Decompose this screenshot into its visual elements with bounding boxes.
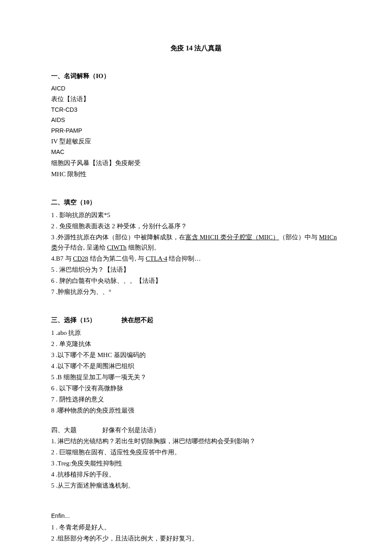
- section3-list: 1 .abo 抗原 2 . 单克隆抗体 3 .以下哪个不是 MHC 基因编码的 …: [51, 328, 341, 416]
- underlined-text: CIWTh: [107, 244, 127, 251]
- section1-item: MAC: [51, 147, 341, 157]
- section2-item: 1 . 影响抗原的因素*5: [51, 210, 341, 220]
- section1-item: MHC 限制性: [51, 169, 341, 179]
- text-part: 结合为第二信号, 与: [88, 255, 146, 262]
- section1-heading: 一、名词解释（IO）: [51, 71, 341, 81]
- section3-item: 3 .以下哪个不是 MHC 基因编码的: [51, 350, 341, 360]
- section4-list: 1. 淋巴结的光镜结构？若出生时切除胸腺，淋巴结哪些结构会受到影响？ 2 . 巨…: [51, 436, 341, 491]
- section2-item: 6 . 脾的白髓有中央动脉、、。【法语】: [51, 276, 341, 286]
- footer-item: 1 . 冬青老师是好人。: [51, 522, 341, 532]
- section4-heading: 四、大题好像有个别是法语）: [51, 425, 341, 435]
- section2-item: 3 .外源性抗原在内体（部位）中被降解成肽，在富含 MHCII 类分子腔室（MI…: [51, 232, 341, 253]
- section4-heading-right: 好像有个别是法语）: [102, 427, 160, 433]
- section1-list: AICD 表位【法语】 TCR-CD3 AIDS PRR-PAMP IV 型超敏…: [51, 84, 341, 179]
- footer-item: 2 .组胚部分考的不少，且法语比例大，要好好复习。: [51, 533, 341, 543]
- section1-item: TCR-CD3: [51, 105, 341, 114]
- section2-item: 7 .肿瘤抗原分为、、°: [51, 287, 341, 297]
- section1-item: 细胞因子风暴【法语】免疫耐受: [51, 158, 341, 168]
- underlined-text: 富含 MHCII 类分子腔室（MIIC）: [185, 234, 279, 241]
- section2-item: 2 . 免疫细胞表面表达 2 种受体，分别什么基序？: [51, 221, 341, 231]
- footer-list: 1 . 冬青老师是好人。 2 .组胚部分考的不少，且法语比例大，要好好复习。: [51, 522, 341, 543]
- section3-item: 2 . 单克隆抗体: [51, 339, 341, 349]
- section3-heading: 三、选择（15）挟在想不起: [51, 315, 341, 325]
- section3-heading-left: 三、选择（15）: [51, 317, 96, 323]
- section3-item: 4 .以下哪个不是周围淋巴组织: [51, 361, 341, 371]
- section3-heading-right: 挟在想不起: [121, 317, 153, 323]
- section3-item: 1 .abo 抗原: [51, 328, 341, 338]
- section1-item: 表位【法语】: [51, 94, 341, 104]
- section4-item: 5 .从三方面述肿瘤逃逸机制。: [51, 480, 341, 491]
- text-part: 分子结合, 呈递给: [58, 244, 107, 251]
- section2-list: 1 . 影响抗原的因素*5 2 . 免疫细胞表面表达 2 种受体，分别什么基序？…: [51, 210, 341, 297]
- section1-item: IV 型超敏反应: [51, 136, 341, 146]
- section2-item: 5 . 淋巴组织分为？【法语】: [51, 264, 341, 275]
- text-part: 细胞识别。: [127, 244, 160, 251]
- underlined-text: CTLA·4: [146, 255, 167, 262]
- section4-item: 2 . 巨噬细胞在固有、适应性免疫应答中作用。: [51, 447, 341, 457]
- text-part: （部位）中与: [279, 234, 319, 241]
- section3-item: 6 . 以下哪个没有高微静脉: [51, 383, 341, 393]
- section3-item: 7 . 阴性选择的意义: [51, 394, 341, 404]
- section1-item: PRR-PAMP: [51, 126, 341, 135]
- section4-item: 1. 淋巴结的光镜结构？若出生时切除胸腺，淋巴结哪些结构会受到影响？: [51, 436, 341, 446]
- underlined-text: CD28: [73, 255, 88, 262]
- text-part: 3 .外源性抗原在内体（部位）中被降解成肽，在: [51, 234, 185, 241]
- document-title: 免疫 14 法八真题: [51, 43, 341, 54]
- footer-note: Enfin...: [51, 511, 341, 520]
- section2-item: 4.B7 与 CD28 结合为第二信号, 与 CTLA·4 结合抑制…: [51, 253, 341, 264]
- section4-heading-left: 四、大题: [51, 427, 77, 433]
- section3-item: 5 .B 细胞提呈加工与哪一项无关？: [51, 372, 341, 382]
- section1-item: AICD: [51, 84, 341, 93]
- section4-item: 4 .抗移植排斥的手段。: [51, 469, 341, 479]
- section3-item: 8 .哪种物质的的免疫原性最强: [51, 405, 341, 416]
- section1-item: AIDS: [51, 115, 341, 125]
- text-part: 4.B7 与: [51, 255, 73, 262]
- section4-item: 3 .Treg:免疫失能性抑制性: [51, 458, 341, 468]
- text-part: 结合抑制…: [167, 255, 201, 262]
- section2-heading: 二、填空（10）: [51, 197, 341, 207]
